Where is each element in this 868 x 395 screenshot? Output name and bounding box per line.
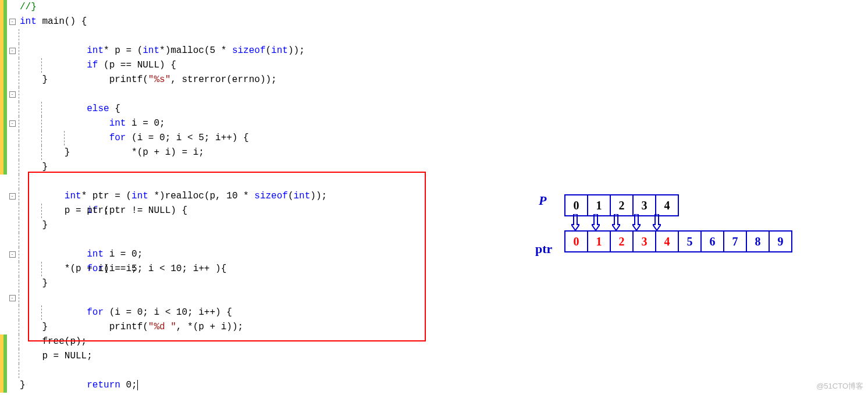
cell: 5 — [678, 230, 702, 252]
code-line: - int main() { — [0, 15, 442, 29]
fold-toggle[interactable]: - — [7, 44, 17, 58]
code-line: printf("%s", strerror(errno)); — [0, 58, 442, 73]
cell: 1 — [587, 230, 611, 252]
code-line: int* p = (int*)malloc(5 * sizeof(int)); — [0, 29, 442, 44]
cell: 2 — [610, 230, 634, 252]
code-line: } — [0, 160, 442, 175]
label-p: P — [539, 193, 546, 208]
cell: 6 — [700, 230, 724, 252]
page: //} - int main() { int* p = (int*)malloc… — [0, 0, 868, 395]
minus-box-icon: - — [9, 19, 16, 25]
array-p: 0 1 2 3 4 — [564, 194, 679, 216]
down-arrow-icon — [612, 214, 620, 230]
label-ptr: ptr — [535, 241, 552, 257]
code-line: //} — [0, 0, 442, 15]
fold-toggle[interactable]: - — [7, 291, 17, 305]
array-ptr: 0 1 2 3 4 5 6 7 8 9 — [564, 230, 792, 252]
fold-toggle[interactable]: - — [7, 116, 17, 131]
code-line: printf("%d ", *(p + i)); — [0, 305, 442, 320]
fold-toggle[interactable]: - — [7, 189, 17, 204]
code-line: - for (i = 0; i < 5; i++) { — [0, 116, 442, 131]
down-arrow-icon — [592, 214, 600, 230]
code-line: - if (p == NULL) { — [0, 44, 442, 58]
code-editor: //} - int main() { int* p = (int*)malloc… — [0, 0, 442, 393]
code-line: int i = 0; — [0, 233, 442, 247]
code-line: } — [0, 276, 442, 291]
minus-box-icon: - — [9, 193, 16, 200]
cell: 4 — [655, 230, 679, 252]
code-line: p = ptr; — [0, 204, 442, 218]
minus-box-icon: - — [9, 48, 16, 54]
code-text: //} — [20, 2, 37, 12]
minus-box-icon: - — [9, 120, 16, 127]
code-line: free(p); — [0, 334, 442, 349]
minus-box-icon: - — [9, 251, 16, 258]
code-line: } — [0, 145, 442, 160]
code-line: - for(i = 5; i < 10; i++ ){ — [0, 247, 442, 262]
fold-toggle[interactable]: - — [7, 87, 17, 102]
cell: 3 — [632, 194, 656, 216]
cell: 8 — [746, 230, 770, 252]
watermark: @51CTO博客 — [816, 381, 863, 392]
code-line: return 0; — [0, 364, 442, 378]
code-line: } — [0, 218, 442, 233]
cell: 2 — [610, 194, 634, 216]
cell: 7 — [723, 230, 747, 252]
cell: 0 — [564, 230, 588, 252]
cell: 3 — [632, 230, 656, 252]
code-line: p = NULL; — [0, 349, 442, 364]
cell: 1 — [587, 194, 611, 216]
code-line: } — [0, 320, 442, 334]
code-line: int* ptr = (int *)realloc(p, 10 * sizeof… — [0, 175, 442, 189]
code-line: *(p + i) = i; — [0, 131, 442, 145]
fold-toggle[interactable]: - — [7, 15, 17, 29]
down-arrow-icon — [653, 214, 661, 230]
minus-box-icon: - — [9, 295, 16, 301]
cell: 9 — [769, 230, 792, 252]
code-line: int i = 0; — [0, 102, 442, 116]
down-arrow-icon — [571, 214, 579, 230]
fold-gutter[interactable] — [7, 0, 17, 15]
code-line: *(p + i) = i; — [0, 262, 442, 276]
cell: 0 — [564, 194, 588, 216]
copy-arrows — [564, 214, 667, 230]
code-line: } — [0, 73, 442, 87]
code-line: - else { — [0, 87, 442, 102]
code-line: - for (i = 0; i < 10; i++) { — [0, 291, 442, 305]
minus-box-icon: - — [9, 91, 16, 98]
cell: 4 — [655, 194, 679, 216]
code-line: } — [0, 378, 442, 393]
down-arrow-icon — [632, 214, 641, 230]
code-line: - if (ptr != NULL) { — [0, 189, 442, 204]
fold-toggle[interactable]: - — [7, 247, 17, 262]
